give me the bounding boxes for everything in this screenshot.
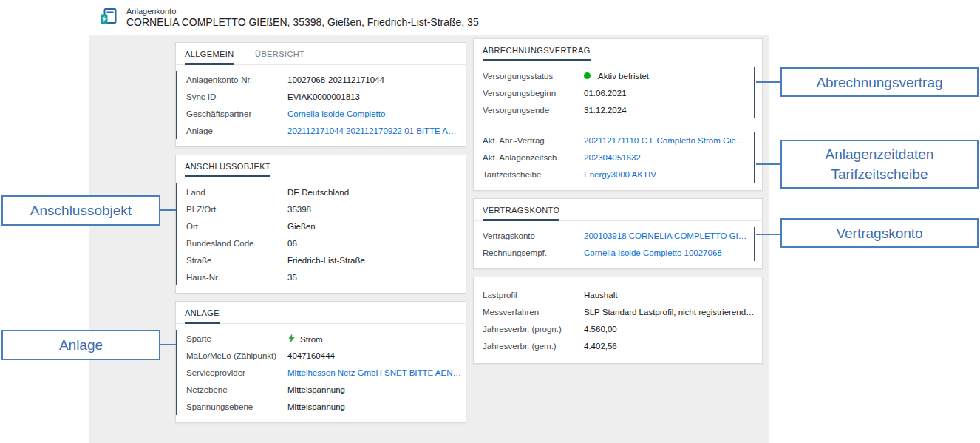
annotation-connector-anlage	[160, 344, 176, 345]
annotation-vertragskonto: Vertragskonto	[780, 218, 979, 248]
serviceprovider-link[interactable]: Mittelhessen Netz GmbH SNET BITTE AENDER…	[287, 368, 466, 377]
field-value: Gießen	[287, 222, 466, 231]
field-anlage: Anlage 202112171044 202112170922 01 BITT…	[177, 122, 466, 139]
field-label: Anlagenkonto-Nr.	[186, 75, 287, 84]
field-sparte: Sparte Strom	[177, 330, 466, 347]
field-anlagenkonto-nr: Anlagenkonto-Nr. 10027068-202112171044	[177, 71, 466, 88]
annotation-connector-abrechnungsvertrag	[756, 81, 780, 83]
annotation-label: Vertragskonto	[836, 223, 922, 243]
card-header: VERTRAGSKONTO	[474, 199, 762, 221]
field-label: Versorgungsbeginn	[483, 89, 584, 98]
annotation-label: Anlage	[59, 335, 103, 355]
field-haus-nr: Haus-Nr. 35	[177, 268, 466, 285]
field-label: Straße	[186, 256, 287, 265]
abr-vertrag-link[interactable]: 202112171110 C.I. Completto Strom Gießen	[584, 136, 754, 145]
field-label: Messverfahren	[483, 308, 584, 317]
geschaeftspartner-link[interactable]: Cornelia Isolde Completto	[287, 109, 466, 118]
field-tarifzeitscheibe: Tarifzeitscheibe Energy3000 AKTIV	[474, 166, 754, 183]
field-messverfahren: Messverfahren SLP Standard Lastprofil, n…	[474, 303, 762, 320]
field-spannungsebene: Spannungsebene Mittelspannung	[177, 398, 466, 415]
annotation-label-line1: Anlagenzeitdaten	[826, 144, 934, 164]
field-label: Ort	[186, 222, 287, 231]
annotation-label: Anschlussobjekt	[30, 200, 132, 220]
card-vertragskonto: VERTRAGSKONTO Vertragskonto 200103918 CO…	[473, 198, 763, 269]
field-geschaeftspartner: Geschäftspartner Cornelia Isolde Complet…	[177, 105, 466, 122]
card-title-anschlussobjekt: ANSCHLUSSOBJEKT	[185, 155, 270, 177]
active-status-dot	[584, 72, 591, 79]
card-anlage: ANLAGE Sparte Strom MaLo/MeLo (Zählpunkt…	[175, 301, 466, 423]
field-value: Haushalt	[584, 291, 762, 300]
field-value: 06	[287, 239, 466, 248]
field-label: Sync ID	[186, 92, 287, 101]
field-label: Land	[186, 188, 287, 197]
card-header: ANSCHLUSSOBJEKT	[176, 155, 466, 177]
field-strasse: Straße Friedrich-List-Straße	[177, 251, 466, 268]
card-anschlussobjekt: ANSCHLUSSOBJEKT Land DE Deutschland PLZ/…	[175, 155, 466, 294]
field-value: DE Deutschland	[287, 188, 466, 197]
tab-uebersicht[interactable]: ÜBERSICHT	[255, 43, 304, 63]
field-label: Versorgungsstatus	[483, 72, 584, 81]
card-title-anlage: ANLAGE	[185, 302, 220, 324]
tab-allgemein[interactable]: ALLGEMEIN	[185, 43, 234, 65]
field-ort: Ort Gießen	[177, 217, 466, 234]
card-header: ABRECHNUNGSVERTRAG	[474, 39, 762, 61]
field-rechnungsempf: Rechnungsempf. Cornelia Isolde Completto…	[474, 244, 754, 261]
field-label: Bundesland Code	[186, 239, 287, 248]
header-titles: Anlagenkonto CORNELIA COMPLETTO GIEßEN, …	[126, 7, 479, 28]
field-value: Strom	[287, 333, 466, 344]
field-label: Lastprofil	[483, 291, 584, 300]
field-label: Netzebene	[186, 385, 287, 394]
field-label: Haus-Nr.	[186, 273, 287, 282]
field-sync-id: Sync ID EVIAK0000001813	[177, 88, 466, 105]
anlagenzeitsch-link[interactable]: 202304051632	[584, 153, 754, 162]
field-jahresverbr-gem: Jahresverbr. (gem.) 4.402,56	[474, 337, 762, 354]
annotation-label-line2: Tarifzeitscheibe	[831, 164, 928, 184]
card-verbrauchsdaten: Lastprofil Haushalt Messverfahren SLP St…	[473, 277, 763, 364]
field-netzebene: Netzebene Mittelspannung	[177, 381, 466, 398]
field-value: 35	[287, 273, 466, 282]
sparte-text: Strom	[300, 335, 323, 344]
left-column: ALLGEMEIN ÜBERSICHT Anlagenkonto-Nr. 100…	[175, 42, 466, 430]
field-versorgungsbeginn: Versorgungsbeginn 01.06.2021	[474, 84, 754, 101]
card-allgemein: ALLGEMEIN ÜBERSICHT Anlagenkonto-Nr. 100…	[175, 42, 466, 147]
field-value: 4.560,00	[584, 325, 762, 334]
field-label: Akt. Abr.-Vertrag	[483, 136, 584, 145]
field-akt-anlagenzeitsch: Akt. Anlagenzeitsch. 202304051632	[474, 149, 754, 166]
field-label: Vertragskonto	[483, 231, 584, 240]
field-label: Geschäftspartner	[186, 109, 287, 118]
page-title: Anlagenkonto	[126, 7, 479, 16]
card-abrechnungsvertrag: ABRECHNUNGSVERTRAG Versorgungsstatus Akt…	[473, 38, 763, 191]
field-lastprofil: Lastprofil Haushalt	[474, 286, 762, 303]
content-area: ALLGEMEIN ÜBERSICHT Anlagenkonto-Nr. 100…	[89, 35, 769, 443]
field-label: Jahresverbr. (progn.)	[483, 325, 584, 334]
anlagenkonto-icon	[99, 7, 119, 27]
annotation-abrechnungsvertrag: Abrechnungsvertrag	[780, 67, 979, 97]
vertragskonto-link[interactable]: 200103918 CORNELIA COMPLETTO GIEßEN	[584, 231, 754, 240]
field-value: 31.12.2024	[584, 106, 754, 115]
card-title-abrechnungsvertrag: ABRECHNUNGSVERTRAG	[483, 39, 591, 61]
field-label: PLZ/Ort	[186, 205, 287, 214]
field-value: 4047160444	[287, 351, 466, 360]
anlage-link[interactable]: 202112171044 202112170922 01 BITTE AENDE…	[287, 126, 466, 135]
annotation-anlagenzeitdaten-tarifzeitscheibe: Anlagenzeitdaten Tarifzeitscheibe	[780, 140, 979, 189]
field-label: Spannungsebene	[186, 402, 287, 411]
field-label: MaLo/MeLo (Zählpunkt)	[186, 351, 287, 360]
field-label: Akt. Anlagenzeitsch.	[483, 153, 584, 162]
right-column: ABRECHNUNGSVERTRAG Versorgungsstatus Akt…	[473, 38, 763, 371]
field-value: Mittelspannung	[287, 385, 466, 394]
field-value: 01.06.2021	[584, 89, 754, 98]
field-label: Jahresverbr. (gem.)	[483, 342, 584, 351]
tarifzeitscheibe-link[interactable]: Energy3000 AKTIV	[584, 170, 754, 179]
rechnungsempf-link[interactable]: Cornelia Isolde Completto 10027068	[584, 248, 754, 257]
card-header: ANLAGE	[176, 302, 466, 324]
field-serviceprovider: Serviceprovider Mittelhessen Netz GmbH S…	[177, 364, 466, 381]
tab-bar: ALLGEMEIN ÜBERSICHT	[176, 43, 466, 65]
header: Anlagenkonto CORNELIA COMPLETTO GIEßEN, …	[89, 0, 769, 35]
field-value: 35398	[287, 205, 466, 214]
app-window: Anlagenkonto CORNELIA COMPLETTO GIEßEN, …	[89, 0, 769, 443]
annotation-connector-anlagenzeitdaten	[756, 163, 780, 165]
card-title-vertragskonto: VERTRAGSKONTO	[483, 199, 559, 221]
field-value: EVIAK0000001813	[287, 92, 466, 101]
field-value: SLP Standard Lastprofil, nicht registrie…	[584, 308, 762, 317]
field-bundesland-code: Bundesland Code 06	[177, 234, 466, 251]
